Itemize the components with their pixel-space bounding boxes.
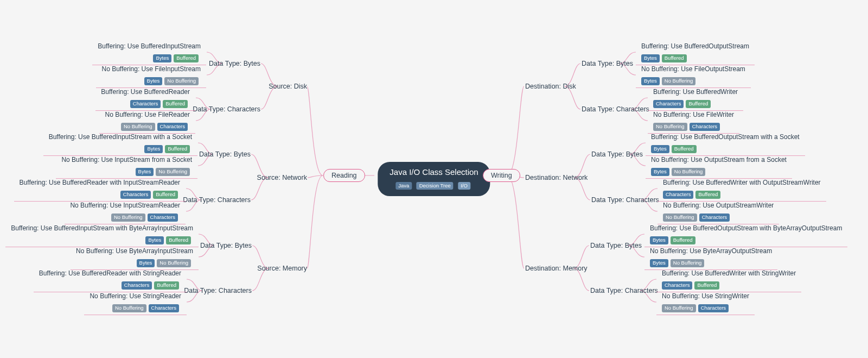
dest-memory[interactable]: Destination: Memory <box>525 265 588 272</box>
tag: Bytes <box>144 145 163 153</box>
read-mem-chars[interactable]: Data Type: Characters <box>184 287 252 294</box>
leaf[interactable]: Buffering: Use BufferedWriter with Outpu… <box>658 175 826 202</box>
read-mem-bytes[interactable]: Data Type: Bytes <box>200 242 252 249</box>
leaf-tags: CharactersBuffered <box>101 98 190 108</box>
tag: No Buffering <box>112 304 146 312</box>
tag: Characters <box>663 191 693 199</box>
read-disk-chars[interactable]: Data Type: Characters <box>193 105 260 113</box>
leaf-tags: BytesBuffered <box>49 143 192 153</box>
tag: Buffered <box>671 236 695 244</box>
leaf[interactable]: No Buffering: Use InputStream from a Soc… <box>56 153 197 179</box>
root-tags: Java Decision Tree I/O <box>390 180 478 190</box>
leaf[interactable]: Buffering: Use BufferedOutputStream with… <box>644 221 847 247</box>
leaf[interactable]: Buffering: Use BufferedOutputStream with… <box>646 130 805 156</box>
tag: Bytes <box>136 168 154 176</box>
leaf[interactable]: Buffering: Use BufferedInputStreamBytesB… <box>92 39 206 65</box>
tag: Characters <box>149 304 179 312</box>
tag: Characters <box>699 213 730 222</box>
leaf-tags: CharactersBuffered <box>662 279 796 290</box>
leaf[interactable]: Buffering: Use BufferedWriterCharactersB… <box>648 85 743 111</box>
tag: Buffered <box>686 100 711 108</box>
mindmap-canvas: Java I/O Class Selection Java Decision T… <box>0 0 868 358</box>
leaf[interactable]: Buffering: Use BufferedWriter with Strin… <box>656 266 801 292</box>
leaf-tags: No BufferingCharacters <box>70 211 180 222</box>
leaf-label: No Buffering: Use InputStream from a Soc… <box>61 156 192 164</box>
tag: Buffered <box>154 281 179 290</box>
leaf[interactable]: No Buffering: Use FileInputStreamBytesNo… <box>96 62 206 88</box>
leaf-tags: No BufferingCharacters <box>662 302 749 312</box>
tag: Characters <box>130 100 161 108</box>
leaf-tags: BytesNo Buffering <box>101 75 201 85</box>
leaf-label: Buffering: Use BufferedWriter <box>653 88 738 96</box>
write-mem-bytes[interactable]: Data Type: Bytes <box>590 242 642 249</box>
root-tag: Java <box>395 182 412 190</box>
leaf-label: Buffering: Use BufferedOutputStream <box>641 42 749 50</box>
leaf-tags: BytesBuffered <box>650 234 842 244</box>
leaf-label: No Buffering: Use StringReader <box>90 292 181 300</box>
tag: No Buffering <box>662 77 696 85</box>
leaf[interactable]: Buffering: Use BufferedReader with Input… <box>14 175 186 202</box>
read-disk-bytes[interactable]: Data Type: Bytes <box>209 60 260 67</box>
root-tag: Decision Tree <box>417 182 454 190</box>
leaf-label: Buffering: Use BufferedInputStream with … <box>11 224 193 232</box>
read-net-chars[interactable]: Data Type: Characters <box>183 196 251 204</box>
dest-disk[interactable]: Destination: Disk <box>525 83 576 90</box>
leaf[interactable]: No Buffering: Use StringReaderNo Bufferi… <box>84 289 187 315</box>
leaf[interactable]: Buffering: Use BufferedReaderCharactersB… <box>95 85 195 111</box>
tag: No Buffering <box>662 304 696 312</box>
tag: No Buffering <box>156 168 190 176</box>
tag: Bytes <box>650 236 668 244</box>
tag: Buffered <box>694 281 719 290</box>
tag: No Buffering <box>164 77 199 85</box>
tag: Characters <box>120 191 151 199</box>
leaf-tags: BytesBuffered <box>11 234 193 244</box>
leaf-label: No Buffering: Use FileOutputStream <box>641 65 745 73</box>
leaf-label: No Buffering: Use ByteArrayOutputStream <box>650 247 772 255</box>
op-reading[interactable]: Reading <box>323 169 365 182</box>
leaf[interactable]: Buffering: Use BufferedInputStream with … <box>5 221 199 247</box>
leaf-tags: No BufferingCharacters <box>663 211 774 222</box>
leaf[interactable]: No Buffering: Use InputStreamReaderNo Bu… <box>65 198 186 224</box>
tag: Bytes <box>651 145 669 153</box>
tag: Buffered <box>672 145 697 153</box>
leaf-label: No Buffering: Use FileInputStream <box>101 65 201 73</box>
tag: Bytes <box>144 77 163 85</box>
write-disk-chars[interactable]: Data Type: Characters <box>582 105 649 113</box>
tag: Buffered <box>662 54 687 62</box>
leaf[interactable]: Buffering: Use BufferedOutputStreamBytes… <box>636 39 755 65</box>
read-net-bytes[interactable]: Data Type: Bytes <box>199 150 251 158</box>
write-net-chars[interactable]: Data Type: Characters <box>591 196 659 204</box>
leaf-label: No Buffering: Use StringWriter <box>662 292 749 300</box>
leaf[interactable]: Buffering: Use BufferedInputStream with … <box>43 130 197 156</box>
source-disk[interactable]: Source: Disk <box>269 83 307 90</box>
root-node[interactable]: Java I/O Class Selection Java Decision T… <box>378 162 490 197</box>
dest-network[interactable]: Destination: Network <box>525 174 588 181</box>
leaf-label: Buffering: Use BufferedInputStream <box>98 42 201 50</box>
root-title: Java I/O Class Selection <box>390 167 478 177</box>
leaf-tags: BytesBuffered <box>651 143 800 153</box>
source-network[interactable]: Source: Network <box>257 174 307 181</box>
leaf[interactable]: No Buffering: Use OutputStream from a So… <box>646 153 792 179</box>
write-net-bytes[interactable]: Data Type: Bytes <box>591 150 643 158</box>
tag: Buffered <box>163 100 188 108</box>
tag: Characters <box>698 304 729 312</box>
leaf[interactable]: No Buffering: Use FileOutputStreamBytesN… <box>636 62 751 88</box>
source-memory[interactable]: Source: Memory <box>257 265 307 272</box>
leaf-label: Buffering: Use BufferedReader with Strin… <box>39 269 181 277</box>
leaf-label: Buffering: Use BufferedReader <box>101 88 190 96</box>
leaf-tags: CharactersBuffered <box>39 279 181 290</box>
leaf[interactable]: No Buffering: Use OutputStreamWriterNo B… <box>658 198 779 224</box>
write-disk-bytes[interactable]: Data Type: Bytes <box>582 60 633 67</box>
leaf[interactable]: Buffering: Use BufferedReader with Strin… <box>34 266 187 292</box>
leaf[interactable]: No Buffering: Use StringWriterNo Bufferi… <box>656 289 755 315</box>
leaf-tags: CharactersBuffered <box>663 189 821 199</box>
leaf-label: Buffering: Use BufferedReader with Input… <box>20 179 180 186</box>
leaf-label: Buffering: Use BufferedOutputStream with… <box>650 224 842 232</box>
op-writing[interactable]: Writing <box>483 169 520 182</box>
write-mem-chars[interactable]: Data Type: Characters <box>590 287 658 294</box>
leaf-label: No Buffering: Use OutputStream from a So… <box>651 156 787 164</box>
leaf-label: No Buffering: Use OutputStreamWriter <box>663 202 774 209</box>
tag: Buffered <box>695 191 720 199</box>
tag: No Buffering <box>663 213 697 222</box>
leaf-tags: CharactersBuffered <box>653 98 738 108</box>
